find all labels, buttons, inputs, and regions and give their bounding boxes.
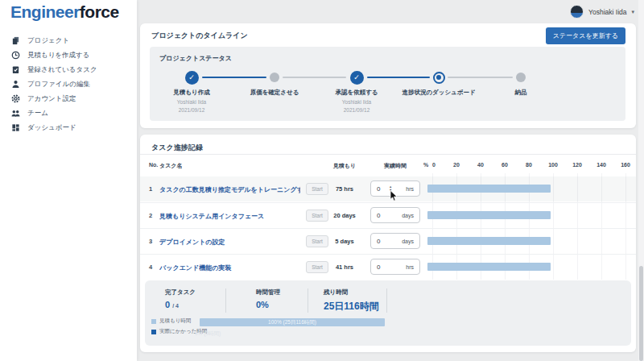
task-name-link[interactable]: デプロイメントの設定 [159,238,300,247]
actual-hours-input[interactable] [377,238,390,245]
create-estimate-icon [11,48,20,63]
step-label: 原価を確定させる [232,89,317,97]
sidebar-item-projects[interactable]: プロジェクト [0,34,137,48]
step-fix-cost[interactable]: 原価を確定させる [232,69,317,97]
task-no: 4 [149,263,152,271]
table-header: No. タスク名 見積もり 実績時間 % 0 20 40 60 80 100 1… [140,162,636,172]
estimate-legend-swatch [151,319,156,324]
step-current-icon [433,72,445,84]
task-progress-card: タスク進捗記録 No. タスク名 見積もり 実績時間 % 0 20 40 60 … [140,135,636,352]
step-request-approval[interactable]: ✓ 承認を依頼する Yoshiaki Iida2021/09/12 [314,69,399,114]
step-pending-icon [516,73,526,82]
scrollbar-thumb[interactable] [639,266,643,361]
sidebar-item-label: 見積もりを作成する [27,51,90,60]
estimate-legend-label: 見積もり時間 [159,317,191,325]
summary-panel: 完了タスク 0 / 4 時間管理 0% 残り時間 25日116時間 見積もり時間… [145,280,631,346]
task-no: 1 [149,185,152,193]
col-percent: % [423,162,428,168]
actual-hours-input[interactable] [377,185,390,193]
chevron-down-icon: ▾ [631,9,634,15]
col-name: タスク名 [159,162,183,170]
edit-profile-icon [11,77,20,92]
task-name-link[interactable]: 見積もりシステム用インタフェース [159,212,300,221]
projects-icon [11,34,20,48]
step-progress-dashboard[interactable]: 進捗状況のダッシュボード [396,69,481,97]
axis-tick: 40 [477,162,484,168]
sidebar-item-label: プロファイルの編集 [27,80,90,89]
completed-tasks-label: 完了タスク [165,288,196,297]
axis-tick: 140 [597,162,606,168]
sidebar-item-label: チーム [27,109,48,118]
task-name-link[interactable]: バックエンド機能の実装 [159,263,300,272]
sidebar-item-label: プロジェクト [27,36,69,46]
sidebar-item-label: アカウント設定 [27,94,76,104]
divider [140,154,636,155]
progress-bar [427,185,551,193]
actual-hours-spinner[interactable]: days [370,207,420,223]
unit-label: days [402,239,414,244]
task-no: 3 [149,238,152,245]
legend-estimate: 見積もり時間 [151,317,191,325]
team-icon [11,106,20,121]
gear-icon [11,92,20,106]
axis-tick: 80 [526,162,532,168]
table-row: 2 見積もりシステム用インタフェース Start 20 days days [140,202,636,227]
dashboard-icon [11,121,20,135]
task-name-link[interactable]: タスクの工数見積り推定モデルをトレーニングする [159,185,300,194]
table-row: 3 デプロイメントの設定 Start 5 days days [140,228,636,253]
sidebar-item-dashboard[interactable]: ダッシュボード [0,121,137,135]
sidebar-item-create-estimate[interactable]: 見積もりを作成する [0,48,137,63]
step-label: 承認を依頼する [314,89,399,97]
completed-tasks-value: 0 / 4 [165,300,179,309]
unit-label: hrs [406,264,414,270]
sidebar-item-registered-tasks[interactable]: 登録されているタスク [0,63,137,77]
axis-tick: 0 [432,162,436,168]
estimate-value: 75 hrs [321,185,368,193]
update-status-button[interactable]: ステータスを更新する [546,27,625,44]
divider [386,288,387,313]
task-progress-title: タスク進捗記録 [151,143,203,153]
sidebar: Engineerforce プロジェクト 見積もりを作成する 登録されているタス… [0,0,137,361]
step-check-icon: ✓ [185,71,199,85]
user-menu[interactable]: Yoshiaki Iida ▾ [570,5,634,19]
actual-hours-input[interactable] [377,212,390,219]
sidebar-item-team[interactable]: チーム [0,106,137,121]
step-meta: Yoshiaki Iida2021/09/12 [314,98,399,114]
sidebar-item-edit-profile[interactable]: プロファイルの編集 [0,77,137,92]
progress-bar [427,237,551,245]
spinner-arrows-icon[interactable]: ▴▾ [390,185,391,193]
actual-time-bar-text: 0% (0時間) [195,330,221,338]
timeline-card-header: プロジェクトのタイムライン ステータスを更新する [140,23,636,44]
actual-hours-input[interactable] [377,263,390,271]
avatar [570,5,584,19]
time-management-label: 時間管理 [256,288,280,297]
step-meta: Yoshiaki Iida2021/09/12 [149,98,234,114]
remaining-time-value: 25日116時間 [324,300,379,313]
progress-bar [427,263,551,271]
step-estimate-created[interactable]: ✓ 見積もり作成 Yoshiaki Iida2021/09/12 [149,69,234,114]
col-estimate: 見積もり [321,162,368,170]
step-delivery[interactable]: 納品 [478,69,564,97]
actual-hours-spinner[interactable]: hrs [370,259,420,275]
col-no: No. [149,162,158,168]
axis-tick: 120 [572,162,582,168]
registered-tasks-icon [11,63,20,77]
brand-logo[interactable]: Engineerforce [10,2,119,22]
unit-label: days [402,213,414,218]
step-check-icon: ✓ [350,71,364,85]
sidebar-item-account-settings[interactable]: アカウント設定 [0,92,137,106]
divider [308,288,308,313]
estimate-value: 5 days [321,238,368,245]
user-name: Yoshiaki Iida [588,8,626,16]
actual-legend-swatch [151,330,156,334]
actual-hours-spinner[interactable]: days [370,233,420,249]
axis-tick: 160 [621,162,630,168]
actual-hours-spinner[interactable]: ▴▾ hrs [370,180,420,197]
page-scrollbar[interactable] [638,0,644,361]
col-actual: 実績時間 [370,162,420,170]
axis-tick: 100 [548,162,558,168]
task-no: 2 [149,212,152,219]
step-label: 納品 [478,89,564,97]
time-management-value: 0% [256,300,269,309]
table-row: 4 バックエンド機能の実装 Start 41 hrs hrs [140,254,636,279]
